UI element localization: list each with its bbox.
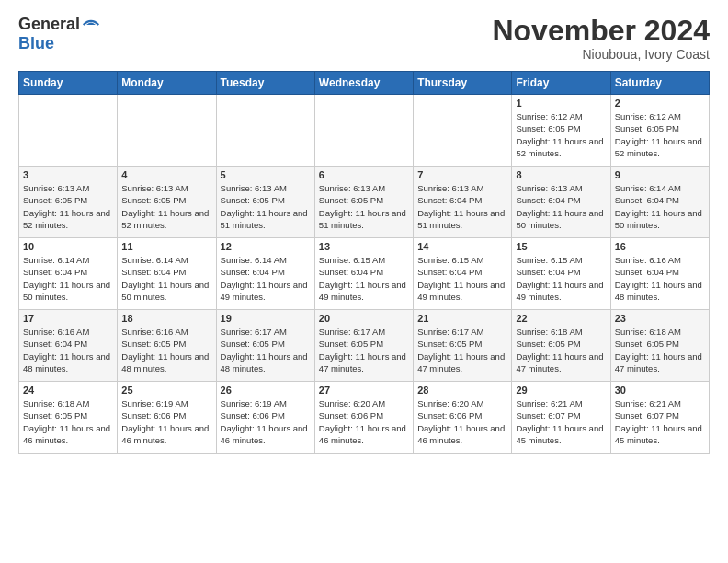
logo-general: General xyxy=(18,15,80,34)
table-row: 16Sunrise: 6:16 AM Sunset: 6:04 PM Dayli… xyxy=(610,238,709,310)
table-row: 26Sunrise: 6:19 AM Sunset: 6:06 PM Dayli… xyxy=(216,382,314,454)
day-info: Sunrise: 6:12 AM Sunset: 6:05 PM Dayligh… xyxy=(615,110,705,159)
calendar-week-row: 24Sunrise: 6:18 AM Sunset: 6:05 PM Dayli… xyxy=(19,382,710,454)
day-number: 14 xyxy=(417,241,507,252)
day-number: 20 xyxy=(319,313,409,324)
table-row xyxy=(314,95,413,167)
table-row xyxy=(216,95,314,167)
logo: General Blue xyxy=(18,15,100,53)
table-row: 23Sunrise: 6:18 AM Sunset: 6:05 PM Dayli… xyxy=(610,310,709,382)
table-row xyxy=(118,95,216,167)
table-row: 15Sunrise: 6:15 AM Sunset: 6:04 PM Dayli… xyxy=(512,238,610,310)
location: Niouboua, Ivory Coast xyxy=(492,47,710,62)
day-number: 19 xyxy=(221,313,311,324)
header-saturday: Saturday xyxy=(610,72,709,95)
day-info: Sunrise: 6:18 AM Sunset: 6:05 PM Dayligh… xyxy=(516,326,606,374)
table-row: 18Sunrise: 6:16 AM Sunset: 6:05 PM Dayli… xyxy=(118,310,216,382)
day-info: Sunrise: 6:15 AM Sunset: 6:04 PM Dayligh… xyxy=(516,254,606,303)
table-row: 30Sunrise: 6:21 AM Sunset: 6:07 PM Dayli… xyxy=(610,382,709,454)
table-row: 8Sunrise: 6:13 AM Sunset: 6:04 PM Daylig… xyxy=(512,167,610,238)
table-row: 24Sunrise: 6:18 AM Sunset: 6:05 PM Dayli… xyxy=(19,382,118,454)
day-number: 25 xyxy=(121,385,211,396)
day-number: 9 xyxy=(615,169,705,180)
day-number: 3 xyxy=(23,169,113,180)
calendar-week-row: 3Sunrise: 6:13 AM Sunset: 6:05 PM Daylig… xyxy=(19,167,710,238)
day-number: 10 xyxy=(23,241,113,252)
day-number: 5 xyxy=(221,169,311,180)
day-number: 2 xyxy=(615,98,705,109)
day-info: Sunrise: 6:14 AM Sunset: 6:04 PM Dayligh… xyxy=(615,182,705,231)
table-row: 21Sunrise: 6:17 AM Sunset: 6:05 PM Dayli… xyxy=(414,310,512,382)
table-row: 2Sunrise: 6:12 AM Sunset: 6:05 PM Daylig… xyxy=(610,95,709,167)
table-row: 12Sunrise: 6:14 AM Sunset: 6:04 PM Dayli… xyxy=(216,238,314,310)
day-number: 7 xyxy=(417,169,507,180)
table-row: 25Sunrise: 6:19 AM Sunset: 6:06 PM Dayli… xyxy=(118,382,216,454)
day-info: Sunrise: 6:13 AM Sunset: 6:04 PM Dayligh… xyxy=(417,182,507,231)
logo-icon xyxy=(82,16,100,34)
table-row: 13Sunrise: 6:15 AM Sunset: 6:04 PM Dayli… xyxy=(314,238,413,310)
day-number: 12 xyxy=(221,241,311,252)
table-row xyxy=(414,95,512,167)
day-info: Sunrise: 6:14 AM Sunset: 6:04 PM Dayligh… xyxy=(121,254,211,303)
day-info: Sunrise: 6:20 AM Sunset: 6:06 PM Dayligh… xyxy=(417,397,507,446)
day-info: Sunrise: 6:21 AM Sunset: 6:07 PM Dayligh… xyxy=(516,397,606,446)
day-number: 18 xyxy=(121,313,211,324)
day-info: Sunrise: 6:13 AM Sunset: 6:04 PM Dayligh… xyxy=(516,182,606,231)
calendar-week-row: 17Sunrise: 6:16 AM Sunset: 6:04 PM Dayli… xyxy=(19,310,710,382)
day-number: 29 xyxy=(516,385,606,396)
day-number: 16 xyxy=(615,241,705,252)
day-info: Sunrise: 6:18 AM Sunset: 6:05 PM Dayligh… xyxy=(23,397,113,446)
table-row: 9Sunrise: 6:14 AM Sunset: 6:04 PM Daylig… xyxy=(610,167,709,238)
day-info: Sunrise: 6:17 AM Sunset: 6:05 PM Dayligh… xyxy=(417,326,507,374)
table-row: 27Sunrise: 6:20 AM Sunset: 6:06 PM Dayli… xyxy=(314,382,413,454)
table-row: 10Sunrise: 6:14 AM Sunset: 6:04 PM Dayli… xyxy=(19,238,118,310)
day-number: 11 xyxy=(121,241,211,252)
table-row: 1Sunrise: 6:12 AM Sunset: 6:05 PM Daylig… xyxy=(512,95,610,167)
day-info: Sunrise: 6:19 AM Sunset: 6:06 PM Dayligh… xyxy=(221,397,311,446)
day-info: Sunrise: 6:13 AM Sunset: 6:05 PM Dayligh… xyxy=(221,182,311,231)
table-row: 20Sunrise: 6:17 AM Sunset: 6:05 PM Dayli… xyxy=(314,310,413,382)
logo-blue: Blue xyxy=(18,34,54,53)
title-section: November 2024 Niouboua, Ivory Coast xyxy=(492,15,710,62)
table-row: 17Sunrise: 6:16 AM Sunset: 6:04 PM Dayli… xyxy=(19,310,118,382)
day-number: 30 xyxy=(615,385,705,396)
header-tuesday: Tuesday xyxy=(216,72,314,95)
day-number: 21 xyxy=(417,313,507,324)
day-number: 15 xyxy=(516,241,606,252)
day-number: 8 xyxy=(516,169,606,180)
table-row xyxy=(19,95,118,167)
day-info: Sunrise: 6:16 AM Sunset: 6:05 PM Dayligh… xyxy=(121,326,211,374)
day-number: 4 xyxy=(121,169,211,180)
day-number: 1 xyxy=(516,98,606,109)
table-row: 3Sunrise: 6:13 AM Sunset: 6:05 PM Daylig… xyxy=(19,167,118,238)
calendar-week-row: 10Sunrise: 6:14 AM Sunset: 6:04 PM Dayli… xyxy=(19,238,710,310)
header-friday: Friday xyxy=(512,72,610,95)
day-info: Sunrise: 6:13 AM Sunset: 6:05 PM Dayligh… xyxy=(319,182,409,231)
day-number: 6 xyxy=(319,169,409,180)
day-number: 27 xyxy=(319,385,409,396)
table-row: 22Sunrise: 6:18 AM Sunset: 6:05 PM Dayli… xyxy=(512,310,610,382)
day-info: Sunrise: 6:21 AM Sunset: 6:07 PM Dayligh… xyxy=(615,397,705,446)
day-info: Sunrise: 6:13 AM Sunset: 6:05 PM Dayligh… xyxy=(23,182,113,231)
table-row: 6Sunrise: 6:13 AM Sunset: 6:05 PM Daylig… xyxy=(314,167,413,238)
calendar-header-row: Sunday Monday Tuesday Wednesday Thursday… xyxy=(19,72,710,95)
day-number: 23 xyxy=(615,313,705,324)
day-number: 13 xyxy=(319,241,409,252)
table-row: 29Sunrise: 6:21 AM Sunset: 6:07 PM Dayli… xyxy=(512,382,610,454)
day-info: Sunrise: 6:17 AM Sunset: 6:05 PM Dayligh… xyxy=(221,326,311,374)
table-row: 7Sunrise: 6:13 AM Sunset: 6:04 PM Daylig… xyxy=(414,167,512,238)
day-info: Sunrise: 6:20 AM Sunset: 6:06 PM Dayligh… xyxy=(319,397,409,446)
month-title: November 2024 xyxy=(492,15,710,47)
table-row: 19Sunrise: 6:17 AM Sunset: 6:05 PM Dayli… xyxy=(216,310,314,382)
day-number: 22 xyxy=(516,313,606,324)
table-row: 14Sunrise: 6:15 AM Sunset: 6:04 PM Dayli… xyxy=(414,238,512,310)
day-number: 24 xyxy=(23,385,113,396)
day-info: Sunrise: 6:17 AM Sunset: 6:05 PM Dayligh… xyxy=(319,326,409,374)
day-info: Sunrise: 6:15 AM Sunset: 6:04 PM Dayligh… xyxy=(319,254,409,303)
calendar-table: Sunday Monday Tuesday Wednesday Thursday… xyxy=(18,71,710,454)
calendar-week-row: 1Sunrise: 6:12 AM Sunset: 6:05 PM Daylig… xyxy=(19,95,710,167)
day-info: Sunrise: 6:15 AM Sunset: 6:04 PM Dayligh… xyxy=(417,254,507,303)
header-thursday: Thursday xyxy=(414,72,512,95)
header-monday: Monday xyxy=(118,72,216,95)
table-row: 5Sunrise: 6:13 AM Sunset: 6:05 PM Daylig… xyxy=(216,167,314,238)
